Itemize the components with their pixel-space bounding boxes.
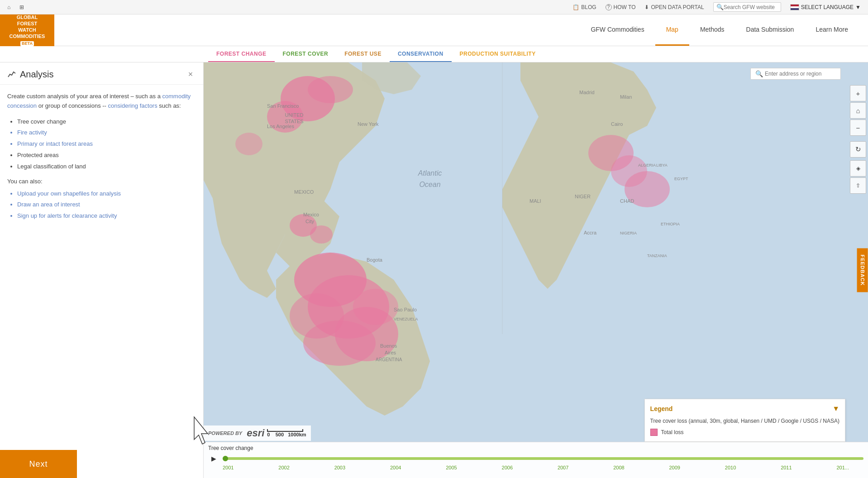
factor-fire: Fire activity xyxy=(17,128,196,138)
svg-text:ETHIOPIA: ETHIOPIA xyxy=(661,222,680,226)
tab-conservation[interactable]: CONSERVATION xyxy=(390,46,452,62)
top-bar: ⌂ ⊞ 📋 BLOG ? HOW TO ⬇ OPEN DATA PORTAL 🔍… xyxy=(0,0,868,14)
grid-nav[interactable]: ⊞ xyxy=(19,4,24,10)
intro-text: Create custom analysis of your area of i… xyxy=(7,92,196,111)
factor-tree-cover: Tree cover change xyxy=(17,117,196,127)
svg-text:Cairo: Cairo xyxy=(611,121,623,127)
nav-methods[interactable]: Methods xyxy=(689,14,735,46)
legend-title: Legend xyxy=(650,405,673,412)
tab-production-suitability[interactable]: PRODUCTION SUITABILITY xyxy=(452,46,544,62)
year-2004: 2004 xyxy=(390,465,401,470)
svg-text:UNITED: UNITED xyxy=(285,112,304,118)
home-nav[interactable]: ⌂ xyxy=(7,4,10,10)
svg-text:EGYPT: EGYPT xyxy=(674,177,688,181)
sidebar-body: Create custom analysis of your area of i… xyxy=(0,85,203,478)
legend-header: Legend ▼ xyxy=(650,405,839,413)
actions-list: Upload your own shapefiles for analysis … xyxy=(7,189,196,221)
scale-bar: 0 500 1000km xyxy=(267,429,306,437)
zoom-home-button[interactable]: ⌂ xyxy=(850,102,866,119)
analysis-icon xyxy=(7,70,16,79)
year-2006: 2006 xyxy=(502,465,513,470)
svg-text:Sao Paulo: Sao Paulo xyxy=(394,307,417,312)
analysis-title: Analysis xyxy=(7,69,53,80)
howto-link[interactable]: ? HOW TO xyxy=(606,4,636,10)
zoom-in-button[interactable]: + xyxy=(850,85,866,101)
nav-data-submission[interactable]: Data Submission xyxy=(735,14,805,46)
svg-text:San Francisco: San Francisco xyxy=(267,103,299,109)
chevron-down-icon: ▼ xyxy=(855,4,861,10)
legend-item-total-loss: Total loss xyxy=(650,429,839,436)
layers-button[interactable]: ◈ xyxy=(850,160,866,177)
play-button[interactable]: ▶ xyxy=(208,453,219,464)
svg-text:New York: New York xyxy=(358,121,379,127)
timeline-controls: ▶ xyxy=(208,453,863,464)
map-search-input[interactable] xyxy=(765,71,836,77)
search-input[interactable] xyxy=(724,4,778,10)
timeline-track[interactable] xyxy=(223,457,863,460)
map-search-icon: 🔍 xyxy=(755,70,763,77)
close-button[interactable]: × xyxy=(185,69,196,80)
logo-text: GLOBAL FOREST WATCH COMMODITIES BETA xyxy=(10,14,45,47)
year-last: 201... xyxy=(836,465,849,470)
language-selector[interactable]: SELECT LANGUAGE ▼ xyxy=(790,4,861,10)
svg-text:MEXICO: MEXICO xyxy=(294,189,314,195)
nav-map[interactable]: Map xyxy=(655,14,689,46)
svg-text:Atlantic: Atlantic xyxy=(418,169,442,177)
svg-text:ARGENTINA: ARGENTINA xyxy=(376,357,402,362)
year-2005: 2005 xyxy=(446,465,457,470)
svg-text:Buenos: Buenos xyxy=(380,343,397,349)
svg-point-7 xyxy=(310,225,333,244)
main-nav: GFW Commodities Map Methods Data Submiss… xyxy=(54,14,868,46)
svg-text:NIGER: NIGER xyxy=(575,194,591,199)
site-search[interactable]: 🔍 xyxy=(713,2,781,12)
factor-protected: Protected areas xyxy=(17,151,196,160)
svg-text:VENEZUELA: VENEZUELA xyxy=(394,317,418,321)
map-area[interactable]: Atlantic Ocean UNITED STATES San Francis… xyxy=(204,62,868,478)
year-2003: 2003 xyxy=(334,465,345,470)
download-icon: ⬇ xyxy=(644,4,649,10)
svg-text:LIBYA: LIBYA xyxy=(656,163,668,167)
action-alerts[interactable]: Sign up for alerts for clearance activit… xyxy=(17,211,196,221)
action-draw[interactable]: Draw an area of interest xyxy=(17,200,196,210)
tab-forest-cover[interactable]: FOREST COVER xyxy=(275,46,337,62)
content-area: Analysis × Create custom analysis of you… xyxy=(0,62,868,478)
svg-text:Los Angeles: Los Angeles xyxy=(267,124,294,129)
close-icon: × xyxy=(188,70,193,79)
legend-toggle[interactable]: ▼ xyxy=(832,405,839,413)
nav-gfw-commodities[interactable]: GFW Commodities xyxy=(580,14,655,46)
timeline-thumb[interactable] xyxy=(223,456,228,461)
svg-text:City: City xyxy=(305,219,314,224)
map-tabs: FOREST CHANGE FOREST COVER FOREST USE CO… xyxy=(0,46,868,62)
scale-text: 0 500 1000km xyxy=(267,432,306,437)
svg-point-4 xyxy=(308,76,353,103)
share-button[interactable]: ⇧ xyxy=(850,177,866,194)
tab-forest-change[interactable]: FOREST CHANGE xyxy=(208,46,275,62)
feedback-tab[interactable]: FEEDBACK xyxy=(857,248,868,292)
blog-icon: 📋 xyxy=(572,4,579,10)
blog-link[interactable]: 📋 BLOG xyxy=(572,4,596,10)
nav-learn-more[interactable]: Learn More xyxy=(805,14,859,46)
factors-list: Tree cover change Fire activity Primary … xyxy=(7,117,196,172)
opendata-link[interactable]: ⬇ OPEN DATA PORTAL xyxy=(644,4,704,10)
main-header: GLOBAL FOREST WATCH COMMODITIES BETA GFW… xyxy=(0,14,868,46)
svg-text:Ocean: Ocean xyxy=(419,181,440,188)
timeline-panel: Tree cover change ▶ 2001 2002 2003 2004 … xyxy=(204,442,868,478)
svg-text:ALGERIA: ALGERIA xyxy=(638,163,656,167)
logo[interactable]: GLOBAL FOREST WATCH COMMODITIES BETA xyxy=(0,14,54,46)
legend-item-label: Total loss xyxy=(661,429,684,435)
question-icon: ? xyxy=(606,4,612,10)
tab-forest-use[interactable]: FOREST USE xyxy=(336,46,390,62)
zoom-out-button[interactable]: − xyxy=(850,120,866,136)
svg-text:Milan: Milan xyxy=(620,94,632,100)
sidebar-header: Analysis × xyxy=(0,62,203,85)
svg-point-12 xyxy=(290,293,344,339)
action-upload[interactable]: Upload your own shapefiles for analysis xyxy=(17,189,196,199)
year-2010: 2010 xyxy=(725,465,736,470)
svg-text:CHAD: CHAD xyxy=(620,198,634,204)
legend-layer-name: Tree cover loss (annual, 30m, global, Ha… xyxy=(650,417,839,425)
next-button[interactable]: Next xyxy=(0,450,77,478)
timeline-years: 2001 2002 2003 2004 2005 2006 2007 2008 … xyxy=(208,464,863,470)
refresh-button[interactable]: ↻ xyxy=(850,141,866,158)
map-search-box[interactable]: 🔍 xyxy=(750,68,841,80)
year-2008: 2008 xyxy=(613,465,624,470)
